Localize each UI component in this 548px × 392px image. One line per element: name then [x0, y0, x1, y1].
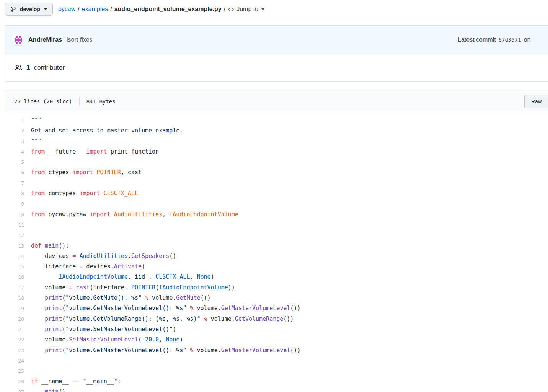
code-text: IAudioEndpointVolume._iid_, CLSCTX_ALL, …	[31, 272, 214, 282]
commit-sha-link[interactable]: 67d3571	[499, 37, 521, 43]
code-line: 8from comtypes import CLSCTX_ALL	[5, 188, 548, 199]
code-line: 23 print("volume.GetMasterVolumeLevel():…	[5, 345, 548, 356]
line-number[interactable]: 6	[5, 167, 31, 178]
code-text: from comtypes import CLSCTX_ALL	[31, 188, 138, 199]
code-text: """	[31, 136, 41, 147]
raw-button-group: Raw	[524, 95, 548, 108]
line-number[interactable]: 19	[5, 303, 31, 314]
jump-to-dropdown[interactable]: Jump to	[228, 6, 264, 13]
contributors-bar: 1 contributor	[5, 54, 548, 81]
breadcrumb-separator: /	[78, 6, 79, 13]
chevron-down-icon	[261, 8, 264, 10]
line-number[interactable]: 15	[5, 261, 31, 272]
line-number[interactable]: 16	[5, 272, 31, 282]
line-number[interactable]: 14	[5, 251, 31, 261]
code-line: 20 print("volume.GetVolumeRange(): (%s, …	[5, 314, 548, 324]
line-number[interactable]: 22	[5, 335, 31, 345]
code-line: 19 print("volume.GetMasterVolumeLevel():…	[5, 303, 548, 314]
file-header: 27 lines (20 sloc) 841 Bytes Raw	[5, 90, 548, 113]
code-line: 22 volume.SetMasterVolumeLevel(-20.0, No…	[5, 335, 548, 345]
line-number[interactable]: 18	[5, 293, 31, 303]
breadcrumb-separator: /	[224, 6, 225, 13]
divider	[79, 97, 80, 106]
commit-summary-box: AndreMiras isort fixes Latest commit 67d…	[5, 25, 548, 82]
code-icon	[228, 6, 234, 13]
code-line: 14 devices = AudioUtilities.GetSpeakers(…	[5, 251, 548, 261]
line-number[interactable]: 10	[5, 209, 31, 220]
file-lines-info: 27 lines (20 sloc)	[14, 98, 72, 105]
breadcrumb-separator: /	[110, 6, 112, 13]
line-number[interactable]: 20	[5, 314, 31, 324]
branch-name: develop	[20, 6, 40, 12]
code-line: 2Get and set access to master volume exa…	[5, 126, 548, 136]
code-line: 18 print("volume.GetMute(): %s" % volume…	[5, 293, 548, 303]
code-text: print("volume.GetVolumeRange(): (%s, %s,…	[31, 314, 294, 324]
line-number[interactable]: 26	[5, 376, 31, 387]
code-line: 5	[5, 157, 548, 167]
code-line: 21 print("volume.SetMasterVolumeLevel()"…	[5, 324, 548, 335]
code-line: 13def main():	[5, 241, 548, 251]
commit-message-link[interactable]: isort fixes	[67, 36, 93, 43]
code-line: 3"""	[5, 136, 548, 147]
file-navigation: develop pycaw / examples / audio_endpoin…	[5, 0, 264, 18]
line-number[interactable]: 17	[5, 283, 31, 293]
people-icon	[15, 64, 23, 71]
code-text: Get and set access to master volume exam…	[31, 126, 183, 136]
breadcrumb: pycaw / examples / audio_endpoint_volume…	[58, 6, 264, 13]
code-line: 12	[5, 230, 548, 240]
code-line: 10from pycaw.pycaw import AudioUtilities…	[5, 209, 548, 220]
line-number[interactable]: 25	[5, 366, 31, 376]
line-number[interactable]: 7	[5, 178, 31, 188]
code-line: 27 main()	[5, 387, 548, 392]
code-text: def main():	[31, 241, 69, 251]
raw-button[interactable]: Raw	[524, 95, 548, 108]
jump-to-label: Jump to	[236, 6, 258, 13]
code-text: print("volume.SetMasterVolumeLevel()")	[31, 324, 176, 335]
git-branch-icon	[11, 6, 17, 12]
code-line: 9	[5, 199, 548, 209]
line-number[interactable]: 11	[5, 220, 31, 230]
code-table: 1"""2Get and set access to master volume…	[5, 113, 548, 392]
code-line: 6from ctypes import POINTER, cast	[5, 167, 548, 178]
line-number[interactable]: 12	[5, 230, 31, 240]
line-number[interactable]: 4	[5, 147, 31, 157]
commit-author-link[interactable]: AndreMiras	[28, 36, 62, 43]
code-text: from pycaw.pycaw import AudioUtilities, …	[31, 209, 238, 220]
code-text: print("volume.GetMute(): %s" % volume.Ge…	[31, 293, 211, 303]
code-text: if __name__ == "__main__":	[31, 376, 121, 387]
code-text: print("volume.GetMasterVolumeLevel(): %s…	[31, 345, 300, 356]
line-number[interactable]: 27	[5, 387, 31, 392]
code-text: print("volume.GetMasterVolumeLevel(): %s…	[31, 303, 300, 314]
line-number[interactable]: 23	[5, 345, 31, 356]
code-line: 26if __name__ == "__main__":	[5, 376, 548, 387]
code-line: 1"""	[5, 115, 548, 126]
line-number[interactable]: 5	[5, 157, 31, 167]
line-number[interactable]: 2	[5, 126, 31, 136]
contributor-label: contributor	[34, 64, 64, 72]
line-number[interactable]: 13	[5, 241, 31, 251]
code-text: from __future__ import print_function	[31, 147, 159, 157]
line-number[interactable]: 21	[5, 324, 31, 335]
chevron-down-icon	[44, 8, 47, 10]
line-number[interactable]: 24	[5, 356, 31, 366]
line-number[interactable]: 3	[5, 136, 31, 147]
code-line: 4from __future__ import print_function	[5, 147, 548, 157]
code-line: 15 interface = devices.Activate(	[5, 261, 548, 272]
latest-commit-label: Latest commit	[458, 36, 496, 43]
breadcrumb-dir-link[interactable]: examples	[82, 6, 108, 13]
line-number[interactable]: 9	[5, 199, 31, 209]
code-text: devices = AudioUtilities.GetSpeakers()	[31, 251, 176, 261]
line-number[interactable]: 1	[5, 115, 31, 126]
contributor-count: 1	[26, 64, 30, 72]
latest-commit-bar: AndreMiras isort fixes Latest commit 67d…	[5, 26, 548, 54]
breadcrumb-repo-link[interactable]: pycaw	[58, 6, 75, 13]
line-number[interactable]: 8	[5, 188, 31, 199]
branch-selector[interactable]: develop	[5, 3, 53, 16]
file-box: 27 lines (20 sloc) 841 Bytes Raw 1"""2Ge…	[5, 90, 548, 392]
code-line: 25	[5, 366, 548, 376]
contributors-link[interactable]: 1 contributor	[15, 64, 65, 72]
code-text: interface = devices.Activate(	[31, 261, 145, 272]
breadcrumb-file-name: audio_endpoint_volume_example.py	[114, 6, 222, 13]
avatar[interactable]	[13, 34, 24, 45]
code-text: from ctypes import POINTER, cast	[31, 167, 142, 178]
